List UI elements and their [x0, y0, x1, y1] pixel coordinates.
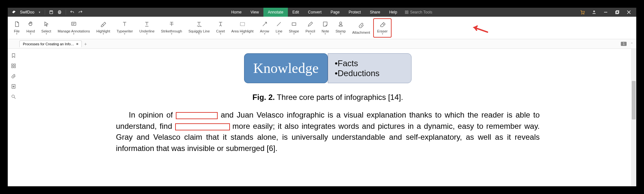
ribbon-line[interactable]: Line▾ — [272, 18, 286, 38]
svg-point-36 — [339, 22, 342, 24]
chevron-down-icon: ▾ — [73, 32, 74, 35]
print-icon[interactable] — [57, 10, 62, 14]
document-viewport[interactable]: Knowledge •Facts •Deductions Fig. 2. Thr… — [19, 49, 636, 186]
squiggly-icon — [196, 20, 202, 28]
caret-icon — [217, 20, 224, 28]
minimize-icon[interactable] — [603, 9, 609, 15]
menu-annotate[interactable]: Annotate — [263, 8, 288, 17]
ribbon-strikethrough[interactable]: Strikethrough▾ — [158, 18, 185, 38]
menu-share[interactable]: Share — [365, 8, 385, 17]
ribbon-hand[interactable]: Hand▾ — [23, 18, 38, 38]
menu-protect[interactable]: Protect — [344, 8, 365, 17]
redo-icon[interactable] — [78, 10, 83, 14]
cart-icon[interactable] — [580, 9, 585, 15]
ribbon-caret[interactable]: Caret▾ — [213, 18, 228, 38]
chevron-down-icon: ▾ — [382, 32, 383, 35]
cursor-icon — [43, 20, 50, 28]
chevron-down-icon: ▾ — [340, 32, 341, 35]
arrow-icon — [261, 20, 268, 28]
ribbon-area-highlight[interactable]: Area Highlight▾ — [228, 18, 257, 38]
caption-text: Three core parts of infographics [14]. — [275, 93, 403, 101]
facts-box: •Facts •Deductions — [328, 53, 412, 83]
document-tabs-bar: Processes for Creating an Info… + 1 ⌃ — [8, 39, 636, 49]
svg-point-11 — [593, 11, 595, 12]
chevron-down-icon: ▾ — [46, 32, 47, 35]
ribbon-underline[interactable]: Underline▾ — [136, 18, 158, 38]
svg-rect-0 — [50, 11, 52, 13]
line-icon — [276, 20, 282, 28]
search-tools[interactable]: Search Tools — [402, 8, 435, 17]
menu-edit[interactable]: Edit — [288, 8, 304, 17]
close-icon[interactable] — [626, 9, 632, 15]
chevron-down-icon: ▾ — [146, 32, 147, 35]
callout-arrow-icon — [472, 25, 488, 33]
ribbon-stamp[interactable]: Stamp▾ — [332, 18, 349, 38]
user-icon[interactable] — [591, 9, 597, 15]
menu-home[interactable]: Home — [227, 8, 246, 17]
svg-point-9 — [582, 13, 582, 14]
body-paragraph: In opinion of and Juan Velasco infograph… — [32, 110, 623, 154]
ribbon-file[interactable]: File▾ — [10, 18, 23, 38]
svg-point-42 — [12, 95, 14, 98]
chevron-down-icon: ▾ — [103, 32, 104, 35]
annotations-icon — [71, 20, 77, 28]
svg-rect-14 — [616, 11, 619, 13]
chevron-down-icon: ▾ — [264, 32, 265, 35]
chevron-down-icon: ▾ — [30, 32, 31, 35]
ribbon-highlight[interactable]: Highlight▾ — [93, 18, 113, 38]
svg-rect-4 — [59, 13, 60, 14]
tab-title: Processes for Creating an Info… — [23, 42, 74, 46]
ribbon-pencil[interactable]: Pencil▾ — [302, 18, 318, 38]
maximize-icon[interactable] — [614, 9, 620, 15]
vertical-scrollbar[interactable] — [631, 49, 636, 186]
word-export-icon[interactable] — [11, 84, 16, 89]
menu-view[interactable]: View — [246, 8, 263, 17]
svg-rect-1 — [50, 11, 52, 12]
svg-rect-37 — [12, 64, 13, 66]
pencil-icon — [307, 20, 314, 28]
menu-help[interactable]: Help — [385, 8, 402, 17]
save-icon[interactable] — [49, 10, 53, 14]
app-menu-caret[interactable]: ▼ — [38, 11, 41, 14]
thumbnails-icon[interactable] — [11, 63, 16, 69]
ribbon-arrow[interactable]: Arrow▾ — [257, 18, 272, 38]
ribbon-select[interactable]: Select▾ — [38, 18, 54, 38]
facts-bullet-1: •Facts — [335, 58, 398, 68]
facts-bullet-2: •Deductions — [335, 68, 398, 78]
document-icon — [14, 20, 20, 28]
app-window: SwifDoo ▼ HomeViewAnnotateEditConvertPag… — [8, 8, 636, 186]
ribbon-note[interactable]: Note▾ — [318, 18, 332, 38]
ribbon-label: Attachment — [352, 31, 370, 34]
app-name: SwifDoo — [20, 10, 34, 14]
chevron-down-icon: ▾ — [278, 32, 279, 35]
hand-icon — [27, 20, 34, 28]
caption-label: Fig. 2. — [252, 93, 275, 101]
bookmark-icon[interactable] — [11, 53, 16, 58]
ribbon-attachment[interactable]: Attachment — [349, 18, 374, 38]
svg-rect-32 — [240, 22, 244, 26]
erased-region-1 — [176, 112, 218, 119]
page-up-icon[interactable]: ⌃ — [630, 42, 633, 46]
svg-rect-8 — [407, 13, 408, 14]
ribbon-manage-annotations[interactable]: Manage Annotations▾ — [54, 18, 93, 38]
document-tab[interactable]: Processes for Creating an Info… — [19, 40, 82, 47]
svg-rect-38 — [14, 64, 15, 66]
note-icon — [322, 20, 328, 28]
undo-icon[interactable] — [70, 10, 74, 14]
ribbon-shape[interactable]: Shape▾ — [286, 18, 302, 38]
svg-point-10 — [583, 13, 584, 14]
svg-rect-5 — [405, 11, 407, 12]
app-logo-icon — [12, 10, 16, 14]
menu-convert[interactable]: Convert — [304, 8, 326, 17]
scrollbar-thumb[interactable] — [632, 81, 636, 119]
add-tab-button[interactable]: + — [84, 41, 87, 47]
svg-rect-7 — [405, 13, 407, 14]
ribbon-eraser[interactable]: Eraser▾ — [373, 18, 391, 38]
svg-line-43 — [14, 97, 15, 99]
ribbon-typewriter[interactable]: Typewriter▾ — [113, 18, 136, 38]
chevron-down-icon: ▾ — [325, 32, 326, 35]
attachment-icon[interactable] — [11, 73, 16, 79]
search-icon[interactable] — [11, 94, 16, 100]
menu-page[interactable]: Page — [326, 8, 344, 17]
ribbon-squiggly-line[interactable]: Squiggly Line▾ — [185, 18, 213, 38]
